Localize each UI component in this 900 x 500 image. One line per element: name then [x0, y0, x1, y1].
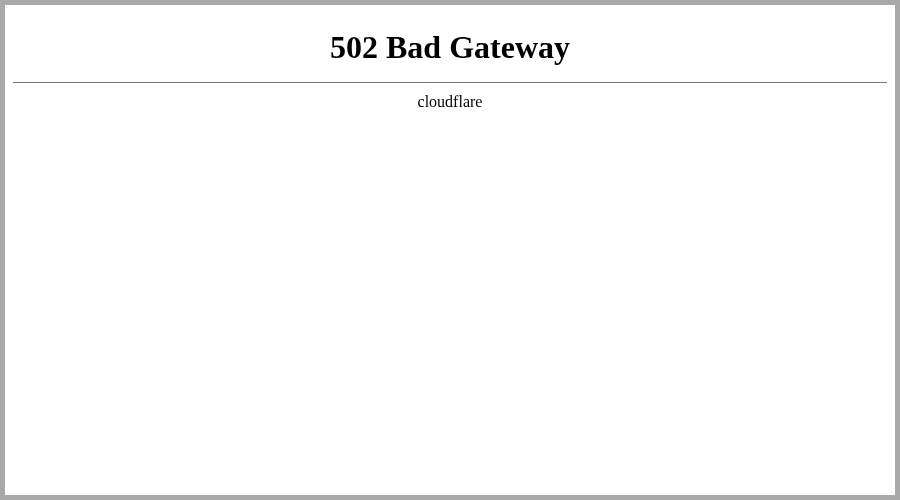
page-frame: 502 Bad Gateway cloudflare	[0, 0, 900, 500]
error-page: 502 Bad Gateway cloudflare	[5, 5, 895, 125]
divider	[13, 82, 887, 83]
error-title: 502 Bad Gateway	[13, 29, 887, 66]
server-name: cloudflare	[13, 93, 887, 111]
